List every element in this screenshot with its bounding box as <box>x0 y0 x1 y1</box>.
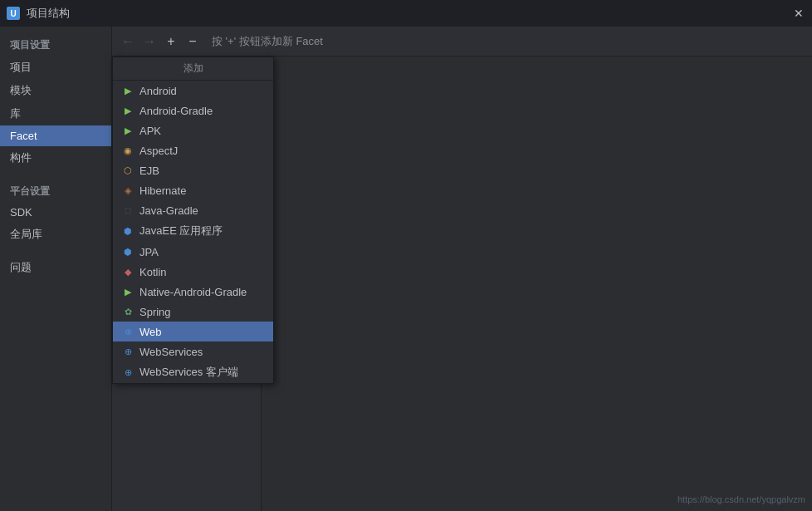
android-gradle-icon: ▶ <box>121 104 135 117</box>
dropdown-item-android-gradle[interactable]: ▶ Android-Gradle <box>113 101 273 120</box>
sidebar-item-global-libs[interactable]: 全局库 <box>0 223 111 246</box>
dropdown-item-java-gradle[interactable]: □ Java-Gradle <box>113 200 273 220</box>
apk-icon: ▶ <box>121 124 135 137</box>
panels: 添加 ▶ Android ▶ Android-Gradle ▶ APK ◉ <box>112 57 812 511</box>
dropdown-item-hibernate[interactable]: ◈ Hibernate <box>113 180 273 200</box>
section-label-platform-settings: 平台设置 <box>0 179 111 202</box>
web-icon: ⊕ <box>121 325 135 338</box>
javaee-icon: ⬢ <box>121 224 135 238</box>
close-button[interactable]: ✕ <box>792 7 805 20</box>
sidebar-item-modules[interactable]: 模块 <box>0 79 111 102</box>
dropdown-item-native-label: Native-Android-Gradle <box>139 286 247 298</box>
dropdown-item-apk[interactable]: ▶ APK <box>113 120 273 140</box>
dropdown-item-jpa-label: JPA <box>139 246 159 258</box>
native-icon: ▶ <box>121 285 135 298</box>
java-gradle-icon: □ <box>121 204 135 217</box>
left-panel: 添加 ▶ Android ▶ Android-Gradle ▶ APK ◉ <box>112 57 262 511</box>
android-icon: ▶ <box>121 84 135 97</box>
dropdown-item-java-gradle-label: Java-Gradle <box>139 204 198 217</box>
dropdown-item-native[interactable]: ▶ Native-Android-Gradle <box>113 282 273 302</box>
title-bar-text: 项目结构 <box>27 6 70 21</box>
title-bar: U 项目结构 ✕ <box>0 0 812 27</box>
dropdown-item-webservices[interactable]: ⊕ WebServices <box>113 341 273 361</box>
dropdown-item-webservices-client-label: WebServices 客户端 <box>139 365 238 380</box>
aspectj-icon: ◉ <box>121 144 135 157</box>
add-button[interactable]: + <box>162 32 180 51</box>
forward-button[interactable]: → <box>140 32 159 51</box>
dropdown-item-jpa[interactable]: ⬢ JPA <box>113 242 273 262</box>
dropdown-item-kotlin-label: Kotlin <box>139 266 167 278</box>
dropdown-item-apk-label: APK <box>139 125 161 137</box>
ejb-icon: ⬡ <box>121 164 135 177</box>
sidebar-item-libraries[interactable]: 库 <box>0 102 111 125</box>
main-container: 项目设置 项目 模块 库 Facet 构件 平台设置 SDK 全局库 问题 ← … <box>0 27 812 511</box>
dropdown-item-spring-label: Spring <box>139 306 171 318</box>
section-label-project-settings: 项目设置 <box>0 33 111 56</box>
dropdown-item-webservices-label: WebServices <box>139 346 203 358</box>
dropdown-item-web-label: Web <box>139 326 162 338</box>
sidebar-item-facets[interactable]: Facet <box>0 125 111 146</box>
toolbar-hint: 按 '+' 按钮添加新 Facet <box>212 34 323 49</box>
dropdown-menu: 添加 ▶ Android ▶ Android-Gradle ▶ APK ◉ <box>112 57 274 384</box>
webservices-icon: ⊕ <box>121 345 135 358</box>
hibernate-icon: ◈ <box>121 184 135 197</box>
dropdown-item-javaee[interactable]: ⬢ JavaEE 应用程序 <box>113 220 273 242</box>
dropdown-item-ejb[interactable]: ⬡ EJB <box>113 160 273 180</box>
sidebar-item-artifacts[interactable]: 构件 <box>0 146 111 170</box>
sidebar: 项目设置 项目 模块 库 Facet 构件 平台设置 SDK 全局库 问题 <box>0 27 112 511</box>
sidebar-item-sdk[interactable]: SDK <box>0 202 111 223</box>
dropdown-item-aspectj[interactable]: ◉ AspectJ <box>113 140 273 160</box>
remove-button[interactable]: − <box>183 32 202 51</box>
dropdown-item-hibernate-label: Hibernate <box>139 184 186 197</box>
jpa-icon: ⬢ <box>121 245 135 258</box>
dropdown-item-spring[interactable]: ✿ Spring <box>113 302 273 322</box>
dropdown-item-android-label: Android <box>139 85 177 97</box>
kotlin-icon: ◆ <box>121 265 135 278</box>
webservices-client-icon: ⊕ <box>121 366 135 379</box>
toolbar: ← → + − 按 '+' 按钮添加新 Facet <box>112 27 812 57</box>
right-panel <box>262 57 812 511</box>
dropdown-header: 添加 <box>113 57 273 81</box>
spring-icon: ✿ <box>121 305 135 318</box>
back-button[interactable]: ← <box>119 32 137 51</box>
sidebar-item-problems[interactable]: 问题 <box>0 256 111 279</box>
dropdown-item-android[interactable]: ▶ Android <box>113 81 273 101</box>
dropdown-item-javaee-label: JavaEE 应用程序 <box>139 224 223 238</box>
sidebar-item-project[interactable]: 项目 <box>0 56 111 79</box>
app-icon: U <box>7 7 20 20</box>
dropdown-item-aspectj-label: AspectJ <box>139 145 178 157</box>
dropdown-item-kotlin[interactable]: ◆ Kotlin <box>113 262 273 282</box>
dropdown-item-webservices-client[interactable]: ⊕ WebServices 客户端 <box>113 361 273 383</box>
dropdown-item-ejb-label: EJB <box>139 165 159 177</box>
dropdown-item-web[interactable]: ⊕ Web <box>113 322 273 341</box>
dropdown-item-android-gradle-label: Android-Gradle <box>139 105 213 117</box>
content-area: ← → + − 按 '+' 按钮添加新 Facet 添加 ▶ Android ▶… <box>112 27 812 511</box>
watermark: https://blog.csdn.net/yqpgalvzm <box>677 494 805 504</box>
